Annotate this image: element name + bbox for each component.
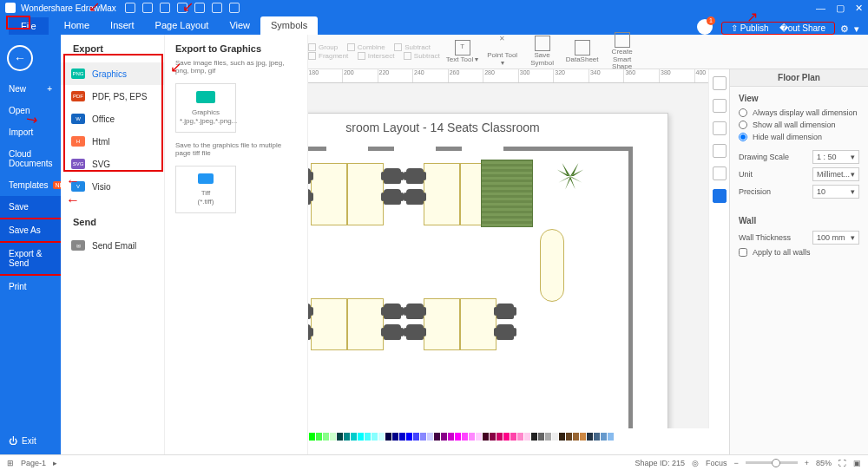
share-button[interactable]: �out Share — [779, 23, 825, 33]
minimize-icon[interactable]: — — [816, 3, 825, 14]
wall-thickness-select[interactable]: 100 mm▾ — [812, 231, 859, 245]
qat-page-icon[interactable] — [194, 3, 205, 13]
desk[interactable] — [424, 163, 460, 225]
rail-layers-icon[interactable] — [713, 121, 727, 135]
qat-fit-icon[interactable] — [212, 3, 222, 13]
desk[interactable] — [424, 298, 460, 350]
color-swatch[interactable] — [434, 433, 440, 441]
apply-all-walls[interactable]: Apply to all walls — [739, 248, 859, 257]
desk[interactable] — [311, 298, 347, 350]
qat-undo-icon[interactable] — [142, 3, 153, 13]
opt-always-display[interactable]: Always display wall dimension — [739, 108, 859, 117]
plant[interactable] — [554, 160, 587, 193]
page-nav-icon[interactable]: ⊞ — [7, 459, 14, 467]
sidebar-item-save[interactable]: Save — [0, 196, 61, 219]
qat-save-icon[interactable] — [125, 3, 135, 13]
color-swatch[interactable] — [378, 433, 385, 441]
color-swatch[interactable] — [316, 433, 322, 441]
color-swatch[interactable] — [385, 433, 391, 441]
chair[interactable] — [384, 168, 401, 184]
color-swatch[interactable] — [344, 433, 350, 441]
settings-icon[interactable]: ⚙ — [840, 23, 849, 35]
opt-show-all[interactable]: Show all wall dimension — [739, 121, 859, 129]
color-swatch[interactable] — [323, 433, 329, 441]
color-swatch[interactable] — [552, 433, 558, 441]
color-swatch[interactable] — [337, 433, 343, 441]
desk[interactable] — [347, 163, 384, 225]
color-swatch[interactable] — [413, 433, 419, 441]
tab-symbols[interactable]: Symbols — [260, 16, 318, 35]
color-swatch[interactable] — [524, 433, 530, 441]
color-swatch[interactable] — [559, 433, 565, 441]
color-swatch[interactable] — [372, 433, 378, 441]
ribbon-shape-ops[interactable]: Group Combine Subtract Fragment Intersec… — [308, 43, 440, 60]
chair[interactable] — [406, 189, 424, 205]
color-swatch[interactable] — [469, 433, 475, 441]
desk[interactable] — [311, 163, 347, 225]
page-next-icon[interactable]: ▸ — [53, 459, 57, 467]
sidebar-item-export-send[interactable]: Export & Send — [0, 243, 61, 276]
fit-page-icon[interactable]: ⛶ — [838, 459, 846, 467]
color-swatch[interactable] — [448, 433, 454, 441]
user-avatar[interactable] — [697, 19, 713, 35]
qat-more-icon[interactable] — [229, 3, 240, 13]
qat-redo-icon[interactable] — [160, 3, 170, 13]
color-swatch[interactable] — [510, 433, 516, 441]
color-swatch[interactable] — [503, 433, 510, 441]
chair[interactable] — [406, 304, 424, 319]
chair[interactable] — [384, 304, 401, 319]
drawing-scale-select[interactable]: 1 : 50▾ — [812, 150, 859, 164]
graphics-card[interactable]: Graphics *.jpg,*.jpeg,*.png... — [175, 83, 236, 133]
color-swatch[interactable] — [427, 433, 433, 441]
close-icon[interactable]: ✕ — [855, 3, 863, 14]
rail-cursor-icon[interactable] — [713, 76, 727, 90]
desk[interactable] — [347, 298, 384, 350]
color-swatch[interactable] — [587, 433, 593, 441]
color-swatch[interactable] — [351, 433, 357, 441]
color-swatch[interactable] — [455, 433, 461, 441]
tab-view[interactable]: View — [219, 16, 260, 35]
color-swatch[interactable] — [441, 433, 447, 441]
color-swatch[interactable] — [358, 433, 364, 441]
color-swatch[interactable] — [330, 433, 336, 441]
color-swatch[interactable] — [531, 433, 537, 441]
chair[interactable] — [384, 324, 401, 340]
color-swatch[interactable] — [462, 433, 468, 441]
carpet[interactable] — [481, 160, 533, 227]
desk[interactable] — [460, 298, 496, 350]
window-buttons[interactable]: — ▢ ✕ — [816, 3, 863, 14]
zoom-out-icon[interactable]: − — [733, 459, 738, 467]
color-swatch[interactable] — [365, 433, 371, 441]
sidebar-item-cloud[interactable]: Cloud Documents — [0, 143, 61, 174]
send-email[interactable]: ✉Send Email — [61, 234, 164, 257]
chair[interactable] — [406, 324, 424, 340]
color-swatch[interactable] — [601, 433, 607, 441]
color-swatch[interactable] — [483, 433, 489, 441]
sidebar-item-new[interactable]: New+ — [0, 78, 61, 100]
color-swatch[interactable] — [517, 433, 523, 441]
focus-icon[interactable]: ◎ — [692, 459, 699, 467]
rail-floorplan-icon[interactable] — [713, 189, 727, 203]
chair[interactable] — [406, 168, 424, 184]
rail-brush-icon[interactable] — [713, 99, 727, 113]
rail-image-icon[interactable] — [713, 144, 727, 158]
color-swatch[interactable] — [496, 433, 503, 441]
tab-insert[interactable]: Insert — [100, 16, 145, 35]
export-office[interactable]: WOffice — [61, 108, 164, 130]
export-html[interactable]: HHtml — [61, 130, 164, 153]
chair[interactable] — [496, 324, 514, 340]
color-swatch[interactable] — [309, 433, 315, 441]
rail-text-icon[interactable] — [713, 166, 727, 180]
sidebar-item-save-as[interactable]: Save As — [0, 219, 61, 243]
color-swatch[interactable] — [566, 433, 572, 441]
oval-table[interactable] — [540, 229, 564, 302]
color-swatch[interactable] — [392, 433, 398, 441]
color-swatch[interactable] — [545, 433, 551, 441]
color-swatch[interactable] — [399, 433, 405, 441]
sidebar-item-print[interactable]: Print — [0, 276, 61, 297]
point-tool-button[interactable]: ✕Point Tool ▾ — [485, 36, 520, 68]
chair[interactable] — [384, 189, 401, 205]
color-swatch[interactable] — [490, 433, 496, 441]
color-swatch[interactable] — [594, 433, 600, 441]
chair[interactable] — [496, 304, 514, 319]
